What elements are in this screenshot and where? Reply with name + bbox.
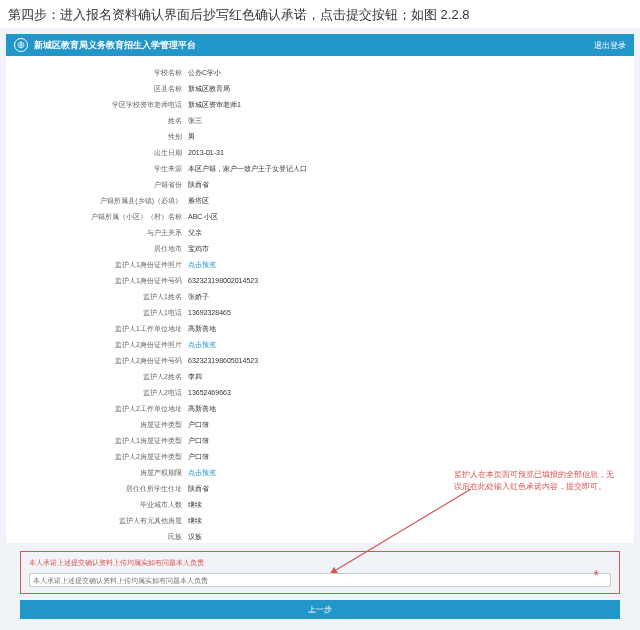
submit-button[interactable]: 上一步 — [20, 600, 620, 619]
logout-link[interactable]: 退出登录 — [594, 40, 626, 51]
form-row: 监护人1电话13692328465 — [6, 306, 634, 319]
preview-link[interactable]: 点击预览 — [188, 260, 216, 270]
field-label: 监护人1姓名 — [6, 292, 188, 302]
form-row: 居住地市宝鸡市 — [6, 242, 634, 255]
step-heading: 第四步：进入报名资料确认界面后抄写红色确认承诺，点击提交按钮；如图 2.2.8 — [0, 0, 640, 28]
field-value: 高新善地 — [188, 404, 216, 414]
field-value: 张娇子 — [188, 292, 209, 302]
form-row: 户籍所属县(乡镇)（必填）雁塔区 — [6, 194, 634, 207]
commitment-title: 本人承诺上述提交确认资料上传均属实如有问题本人负责 — [29, 558, 611, 568]
field-value: 陕西省 — [188, 484, 209, 494]
field-label: 户籍省份 — [6, 180, 188, 190]
field-label: 毕业城市人数 — [6, 500, 188, 510]
field-label: 监护人2身份证件照片 — [6, 340, 188, 350]
field-label: 监护人1工作单位地址 — [6, 324, 188, 334]
field-value: 父亲 — [188, 228, 202, 238]
form-row: 监护人有无其他房屋继续 — [6, 514, 634, 527]
field-label: 居住地市 — [6, 244, 188, 254]
form-row: 户籍所属（小区）（村）名称ABC 小区 — [6, 210, 634, 223]
field-label: 监护人2身份证件号码 — [6, 356, 188, 366]
field-value: 张三 — [188, 116, 202, 126]
required-marker-icon: * — [594, 572, 599, 578]
field-label: 学区学校资审老师电话 — [6, 100, 188, 110]
field-value: 宝鸡市 — [188, 244, 209, 254]
form-row: 出生日期2013-01-31 — [6, 146, 634, 159]
field-value: 李四 — [188, 372, 202, 382]
form-row: 监护人1身份证件照片点击预览 — [6, 258, 634, 271]
field-label: 性别 — [6, 132, 188, 142]
form-row: 户籍省份陕西省 — [6, 178, 634, 191]
field-value: 公办C学小 — [188, 68, 221, 78]
field-label: 监护人1身份证件号码 — [6, 276, 188, 286]
form-row: 监护人2姓名李四 — [6, 370, 634, 383]
field-label: 监护人2工作单位地址 — [6, 404, 188, 414]
field-value: 高新善地 — [188, 324, 216, 334]
form-row: 监护人1房屋证件类型户口簿 — [6, 434, 634, 447]
field-value: 雁塔区 — [188, 196, 209, 206]
field-label: 监护人2姓名 — [6, 372, 188, 382]
field-value: 632323198605014523 — [188, 357, 258, 364]
field-label: 民族 — [6, 532, 188, 542]
app-frame: 新城区教育局义务教育招生入学管理平台 退出登录 学校名称公办C学小区县名称新城区… — [0, 28, 640, 630]
field-label: 户籍所属（小区）（村）名称 — [6, 212, 188, 222]
form-row: 监护人1工作单位地址高新善地 — [6, 322, 634, 335]
field-value: 13652469663 — [188, 389, 231, 396]
commitment-box: 本人承诺上述提交确认资料上传均属实如有问题本人负责 * — [20, 551, 620, 594]
field-label: 学生来源 — [6, 164, 188, 174]
field-label: 与户主关系 — [6, 228, 188, 238]
commitment-input[interactable] — [29, 573, 611, 587]
form-row: 监护人2身份证件照片点击预览 — [6, 338, 634, 351]
field-label: 监护人1电话 — [6, 308, 188, 318]
form-row: 学区学校资审老师电话新城区资审老师1 — [6, 98, 634, 111]
field-value: 汉族 — [188, 532, 202, 542]
form-row: 监护人2电话13652469663 — [6, 386, 634, 399]
field-value: ABC 小区 — [188, 212, 218, 222]
form-row: 姓名张三 — [6, 114, 634, 127]
field-label: 房屋证件类型 — [6, 420, 188, 430]
field-value: 本区户籍，家户一致户主子女登记人口 — [188, 164, 307, 174]
field-value: 新城区资审老师1 — [188, 100, 241, 110]
field-label: 监护人2电话 — [6, 388, 188, 398]
field-label: 学校名称 — [6, 68, 188, 78]
field-value: 13692328465 — [188, 309, 231, 316]
field-value: 户口簿 — [188, 420, 209, 430]
form-row: 民族汉族 — [6, 530, 634, 543]
form-row: 监护人1身份证件号码632323198002014523 — [6, 274, 634, 287]
preview-link[interactable]: 点击预览 — [188, 468, 216, 478]
field-label: 监护人2房屋证件类型 — [6, 452, 188, 462]
form-row: 监护人1姓名张娇子 — [6, 290, 634, 303]
form-row: 监护人2身份证件号码632323198605014523 — [6, 354, 634, 367]
field-label: 区县名称 — [6, 84, 188, 94]
form-row: 毕业城市人数继续 — [6, 498, 634, 511]
field-value: 继续 — [188, 500, 202, 510]
field-label: 房屋产权期限 — [6, 468, 188, 478]
form-row: 学校名称公办C学小 — [6, 66, 634, 79]
field-value: 632323198002014523 — [188, 277, 258, 284]
field-value: 2013-01-31 — [188, 149, 224, 156]
preview-link[interactable]: 点击预览 — [188, 340, 216, 350]
logo-icon — [14, 38, 28, 52]
field-value: 陕西省 — [188, 180, 209, 190]
form-row: 区县名称新城区教育局 — [6, 82, 634, 95]
field-label: 监护人有无其他房屋 — [6, 516, 188, 526]
field-label: 姓名 — [6, 116, 188, 126]
field-value: 户口簿 — [188, 436, 209, 446]
field-label: 户籍所属县(乡镇)（必填） — [6, 196, 188, 206]
header-title: 新城区教育局义务教育招生入学管理平台 — [34, 39, 594, 52]
field-value: 新城区教育局 — [188, 84, 230, 94]
app-header: 新城区教育局义务教育招生入学管理平台 退出登录 — [6, 34, 634, 56]
form-row: 与户主关系父亲 — [6, 226, 634, 239]
field-value: 继续 — [188, 516, 202, 526]
form-row: 房屋证件类型户口簿 — [6, 418, 634, 431]
field-value: 户口簿 — [188, 452, 209, 462]
field-label: 监护人1房屋证件类型 — [6, 436, 188, 446]
field-label: 居住住所学生住址 — [6, 484, 188, 494]
form-row: 监护人2工作单位地址高新善地 — [6, 402, 634, 415]
field-label: 出生日期 — [6, 148, 188, 158]
field-value: 男 — [188, 132, 195, 142]
form-row: 监护人2房屋证件类型户口簿 — [6, 450, 634, 463]
form-row: 学生来源本区户籍，家户一致户主子女登记人口 — [6, 162, 634, 175]
field-label: 监护人1身份证件照片 — [6, 260, 188, 270]
form-row: 性别男 — [6, 130, 634, 143]
annotation-text: 监护人在本页面可预览已填报的全部信息，无误后在此处输入红色承诺内容，提交即可。 — [454, 469, 614, 493]
